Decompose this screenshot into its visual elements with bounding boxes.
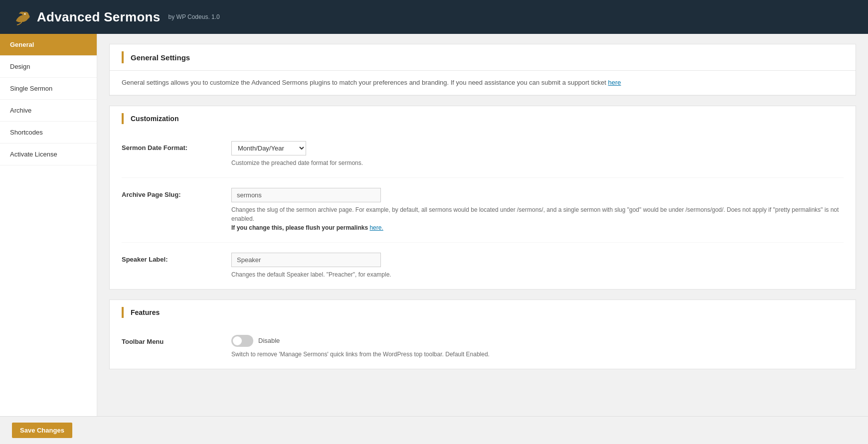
speaker-label-label: Speaker Label: <box>122 253 221 263</box>
customization-section: Customization Sermon Date Format: Month/… <box>109 106 856 290</box>
flush-permalinks-link[interactable]: here. <box>369 224 383 231</box>
speaker-label-control: Changes the default Speaker label. "Prea… <box>231 253 844 279</box>
archive-page-slug-label: Archive Page Slug: <box>122 188 221 198</box>
general-settings-card: General Settings General settings allows… <box>109 44 856 96</box>
dove-icon <box>12 7 32 27</box>
archive-page-slug-control: Changes the slug of the sermon archive p… <box>231 188 844 232</box>
description-text: General settings allows you to customize… <box>110 71 856 95</box>
sidebar: General Design Single Sermon Archive Sho… <box>0 34 97 444</box>
speaker-label-row: Speaker Label: Changes the default Speak… <box>122 243 844 289</box>
features-header: Features <box>110 300 856 325</box>
archive-page-slug-row: Archive Page Slug: Changes the slug of t… <box>122 178 844 243</box>
save-changes-button[interactable]: Save Changes <box>12 423 72 438</box>
sermon-date-format-select[interactable]: Month/Day/Year Day/Month/Year Year/Month… <box>231 141 306 155</box>
toolbar-menu-label: Toolbar Menu <box>122 335 221 345</box>
page-title: General Settings <box>131 53 190 62</box>
toggle-wrapper: Disable <box>231 335 844 347</box>
customization-accent <box>122 113 124 124</box>
svg-point-0 <box>24 13 26 15</box>
main-layout: General Design Single Sermon Archive Sho… <box>0 34 868 444</box>
save-bar: Save Changes <box>0 416 868 444</box>
sermon-date-format-row: Sermon Date Format: Month/Day/Year Day/M… <box>122 131 844 178</box>
sidebar-item-activate-license[interactable]: Activate License <box>0 144 97 165</box>
archive-page-slug-input[interactable] <box>231 188 381 202</box>
speaker-label-help: Changes the default Speaker label. "Prea… <box>231 270 844 279</box>
features-title: Features <box>131 308 160 316</box>
customization-header: Customization <box>110 106 856 131</box>
speaker-label-input[interactable] <box>231 253 381 267</box>
toolbar-menu-control: Disable Switch to remove 'Manage Sermons… <box>231 335 844 359</box>
toggle-disable-label: Disable <box>258 337 280 344</box>
support-link[interactable]: here <box>608 79 621 86</box>
sermon-date-format-control: Month/Day/Year Day/Month/Year Year/Month… <box>231 141 844 167</box>
main-content: General Settings General settings allows… <box>97 34 868 444</box>
sidebar-item-single-sermon[interactable]: Single Sermon <box>0 78 97 100</box>
customization-settings: Sermon Date Format: Month/Day/Year Day/M… <box>110 131 856 289</box>
sidebar-item-design[interactable]: Design <box>0 56 97 78</box>
app-header: Advanced Sermons by WP Codeus. 1.0 <box>0 0 868 34</box>
toolbar-menu-toggle[interactable] <box>231 335 253 347</box>
logo: Advanced Sermons by WP Codeus. 1.0 <box>12 7 220 27</box>
archive-page-slug-help: Changes the slug of the sermon archive p… <box>231 205 844 232</box>
sermon-date-format-label: Sermon Date Format: <box>122 141 221 151</box>
features-settings: Toolbar Menu Disable Switch to remove 'M… <box>110 325 856 369</box>
accent-bar <box>122 51 124 63</box>
sermon-date-format-help: Customize the preached date format for s… <box>231 158 844 167</box>
toolbar-menu-help: Switch to remove 'Manage Sermons' quick … <box>231 350 844 359</box>
sidebar-item-archive[interactable]: Archive <box>0 100 97 122</box>
content-area: General Settings General settings allows… <box>97 34 868 379</box>
customization-title: Customization <box>131 115 178 123</box>
app-subtitle: by WP Codeus. 1.0 <box>169 13 220 20</box>
features-section: Features Toolbar Menu Disable <box>109 299 856 369</box>
settings-header: General Settings <box>110 44 856 71</box>
toolbar-menu-row: Toolbar Menu Disable Switch to remove 'M… <box>122 325 844 369</box>
toggle-slider <box>231 335 253 347</box>
sidebar-item-shortcodes[interactable]: Shortcodes <box>0 122 97 144</box>
features-accent <box>122 307 124 318</box>
sidebar-item-general[interactable]: General <box>0 34 97 56</box>
app-title: Advanced Sermons <box>37 9 161 25</box>
